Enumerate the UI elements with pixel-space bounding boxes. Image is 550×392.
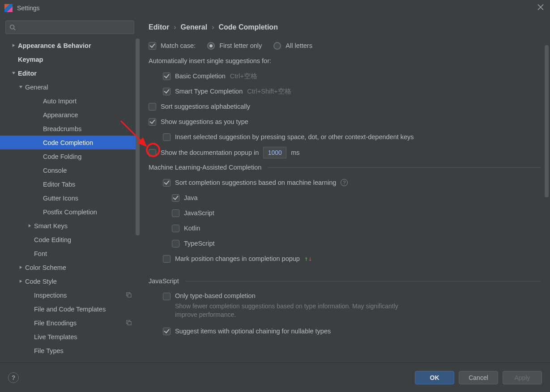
- insert-selected-checkbox[interactable]: [163, 133, 171, 141]
- content-scrollbar[interactable]: [545, 45, 549, 197]
- ml-ts-label: TypeScript: [184, 239, 215, 248]
- tree-item-label: Smart Keys: [34, 222, 68, 230]
- tree-item-appearance-behavior[interactable]: Appearance & Behavior: [0, 38, 140, 52]
- help-icon[interactable]: ?: [341, 179, 348, 186]
- tree-item-label: Editor Tabs: [43, 181, 75, 188]
- separator: [268, 167, 541, 168]
- ml-kotlin-checkbox[interactable]: [172, 225, 179, 232]
- basic-completion-checkbox[interactable]: [163, 72, 171, 80]
- ml-java-checkbox[interactable]: [172, 194, 179, 202]
- mark-position-label: Mark position changes in completion popu…: [175, 254, 300, 263]
- tree-item-code-style[interactable]: Code Style: [0, 274, 140, 288]
- svg-line-3: [14, 29, 16, 30]
- help-button[interactable]: ?: [8, 372, 19, 383]
- suggest-optional-checkbox[interactable]: [163, 328, 171, 335]
- smart-completion-shortcut: Ctrl+Shift+空格: [247, 87, 291, 96]
- svg-rect-5: [128, 294, 131, 297]
- tree-item-code-folding[interactable]: Code Folding: [0, 149, 140, 163]
- sort-alpha-checkbox[interactable]: [149, 103, 156, 111]
- tree-item-font[interactable]: Font: [0, 247, 140, 260]
- mark-position-checkbox[interactable]: [163, 255, 171, 263]
- apply-button[interactable]: Apply: [503, 371, 542, 384]
- chevron-right-icon: ›: [174, 23, 176, 31]
- tree-item-inspections[interactable]: Inspections: [0, 288, 140, 302]
- tree-item-label: Keymap: [18, 56, 43, 63]
- search-input[interactable]: [5, 21, 134, 34]
- tree-item-code-completion[interactable]: Code Completion: [0, 136, 140, 149]
- tree-item-label: Appearance & Behavior: [18, 42, 91, 49]
- first-letter-label: First letter only: [219, 41, 262, 50]
- smart-completion-label: Smart Type Completion: [175, 87, 243, 96]
- tree-item-postfix-completion[interactable]: Postfix Completion: [0, 205, 140, 219]
- close-icon: [537, 4, 544, 10]
- tree-item-file-and-code-templates[interactable]: File and Code Templates: [0, 302, 140, 316]
- only-type-checkbox[interactable]: [163, 293, 171, 300]
- first-letter-radio[interactable]: [207, 42, 215, 50]
- settings-tree[interactable]: Appearance & BehaviorKeymapEditorGeneral…: [0, 38, 140, 362]
- tree-item-label: Gutter Icons: [43, 195, 78, 202]
- tree-item-label: Font: [34, 250, 47, 257]
- tree-item-label: Code Style: [25, 278, 57, 285]
- titlebar: Settings: [0, 0, 550, 16]
- basic-completion-label: Basic Completion: [175, 72, 226, 81]
- chevron-right-icon: [26, 224, 33, 228]
- tree-item-label: File and Code Templates: [34, 306, 106, 313]
- breadcrumb-editor[interactable]: Editor: [149, 23, 169, 31]
- doc-popup-checkbox[interactable]: [149, 149, 156, 157]
- tree-item-breadcrumbs[interactable]: Breadcrumbs: [0, 122, 140, 136]
- chevron-right-icon: [10, 43, 17, 47]
- match-case-checkbox[interactable]: [149, 42, 156, 50]
- ml-sort-checkbox[interactable]: [163, 179, 171, 187]
- tree-item-label: File Types: [34, 347, 64, 354]
- tree-item-editor[interactable]: Editor: [0, 66, 140, 80]
- tree-item-label: Appearance: [43, 111, 78, 119]
- all-letters-radio[interactable]: [273, 42, 281, 50]
- tree-item-label: File Encodings: [34, 320, 77, 327]
- tree-item-gutter-icons[interactable]: Gutter Icons: [0, 191, 140, 205]
- tree-item-file-encodings[interactable]: File Encodings: [0, 316, 140, 330]
- insert-selected-label: Insert selected suggestion by pressing s…: [175, 132, 414, 141]
- tree-item-label: Console: [43, 167, 67, 174]
- ok-button[interactable]: OK: [415, 371, 454, 384]
- tree-item-live-templates[interactable]: Live Templates: [0, 330, 140, 344]
- smart-completion-checkbox[interactable]: [163, 88, 171, 95]
- sidebar-scrollbar[interactable]: [136, 38, 140, 235]
- show-as-type-label: Show suggestions as you type: [161, 117, 248, 126]
- tree-item-keymap[interactable]: Keymap: [0, 52, 140, 66]
- settings-sidebar: Appearance & BehaviorKeymapEditorGeneral…: [0, 16, 140, 362]
- sort-alpha-label: Sort suggestions alphabetically: [161, 102, 250, 111]
- cancel-button[interactable]: Cancel: [459, 371, 498, 384]
- all-letters-label: All letters: [286, 41, 312, 50]
- tree-item-file-types[interactable]: File Types: [0, 344, 140, 358]
- tree-item-code-editing[interactable]: Code Editing: [0, 233, 140, 247]
- tree-item-console[interactable]: Console: [0, 163, 140, 177]
- breadcrumb-general[interactable]: General: [181, 23, 208, 31]
- tree-item-label: Breadcrumbs: [43, 125, 81, 132]
- tree-item-label: Color Scheme: [25, 264, 66, 271]
- close-button[interactable]: [537, 4, 546, 12]
- chevron-right-icon: ›: [212, 23, 214, 31]
- ml-kotlin-label: Kotlin: [184, 224, 200, 233]
- ml-section-header: Machine Learning-Assisted Completion: [149, 163, 261, 172]
- auto-insert-header: Automatically insert single suggestions …: [149, 56, 271, 65]
- chevron-right-icon: [17, 265, 24, 269]
- window-title: Settings: [17, 4, 40, 12]
- tree-item-editor-tabs[interactable]: Editor Tabs: [0, 177, 140, 191]
- tree-item-label: Auto Import: [43, 98, 77, 105]
- suggest-optional-label: Suggest items with optional chaining for…: [175, 327, 331, 336]
- ml-js-checkbox[interactable]: [172, 209, 179, 217]
- tree-item-auto-import[interactable]: Auto Import: [0, 94, 140, 108]
- tree-item-appearance[interactable]: Appearance: [0, 108, 140, 122]
- svg-rect-7: [128, 321, 131, 324]
- ml-ts-checkbox[interactable]: [172, 240, 179, 247]
- tree-item-label: Code Folding: [43, 153, 81, 160]
- copy-icon: [126, 320, 132, 327]
- doc-popup-delay-input[interactable]: [263, 147, 286, 158]
- tree-item-label: Code Editing: [34, 236, 71, 243]
- tree-item-smart-keys[interactable]: Smart Keys: [0, 219, 140, 233]
- tree-item-label: Postfix Completion: [43, 209, 97, 216]
- tree-item-general[interactable]: General: [0, 80, 140, 94]
- tree-item-color-scheme[interactable]: Color Scheme: [0, 260, 140, 274]
- doc-popup-prefix: Show the documentation popup in: [161, 148, 259, 157]
- show-as-type-checkbox[interactable]: [149, 118, 156, 126]
